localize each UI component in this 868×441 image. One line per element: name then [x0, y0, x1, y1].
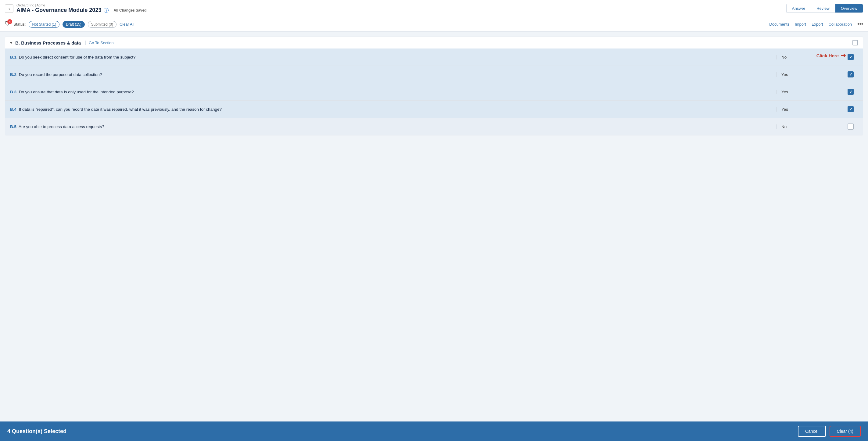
question-checkbox[interactable]: ✓ — [847, 89, 854, 95]
question-text: B.5 Are you able to process data access … — [10, 124, 776, 129]
filter-left: ⛉ 4 Status: Not Started (1) Draft (15) S… — [5, 21, 134, 28]
checkmark-icon: ✓ — [849, 90, 852, 94]
bottom-actions: Cancel Clear (4) — [798, 426, 861, 437]
question-number: B.3 — [10, 90, 17, 94]
question-text: B.1 Do you seek direct consent for use o… — [10, 55, 776, 60]
question-number: B.1 — [10, 55, 17, 60]
import-action[interactable]: Import — [795, 22, 806, 27]
question-label: Do you ensure that data is only used for… — [19, 90, 134, 94]
clear-all-button[interactable]: Clear All — [120, 22, 134, 27]
question-checkbox[interactable]: ✓ — [847, 54, 854, 60]
selected-count-text: 4 Question(s) Selected — [7, 428, 66, 435]
question-label: Are you able to process data access requ… — [19, 124, 104, 129]
clear-button[interactable]: Clear (4) — [830, 426, 861, 437]
question-label: Do you seek direct consent for use of th… — [19, 55, 136, 60]
bottom-bar: 4 Question(s) Selected Cancel Clear (4) — [0, 421, 868, 441]
export-action[interactable]: Export — [812, 22, 823, 27]
top-header: ‹ Orchard Inc | Acme AIMA - Governance M… — [0, 0, 868, 17]
collapse-icon[interactable]: ▾ — [10, 40, 12, 45]
chip-draft[interactable]: Draft (15) — [63, 21, 85, 28]
collaboration-action[interactable]: Collaboration — [828, 22, 852, 27]
question-number: B.5 — [10, 124, 17, 129]
section-header-left: ▾ B. Business Processes & data Go To Sec… — [10, 40, 114, 45]
question-answer: Yes — [776, 72, 843, 77]
section-header: ▾ B. Business Processes & data Go To Sec… — [5, 37, 863, 49]
checkmark-icon: ✓ — [849, 55, 852, 60]
question-row: Click Here ➜ B.1 Do you seek direct cons… — [5, 49, 863, 66]
question-text: B.4 If data is "repaired", can you recor… — [10, 107, 776, 112]
question-label: Do you record the purpose of data collec… — [19, 72, 102, 77]
question-text: B.3 Do you ensure that data is only used… — [10, 90, 776, 94]
chip-not-started[interactable]: Not Started (1) — [29, 21, 60, 28]
question-check-col: ✓ — [843, 106, 858, 112]
question-row: B.5 Are you able to process data access … — [5, 118, 863, 135]
header-org: Orchard Inc | Acme — [17, 3, 146, 7]
chip-submitted[interactable]: Submitted (0) — [88, 21, 117, 28]
header-tabs: Answer Review Overview — [786, 4, 863, 13]
section-title: B. Business Processes & data — [15, 40, 81, 45]
question-answer: Yes — [776, 90, 843, 94]
question-answer: Yes — [776, 107, 843, 112]
filter-badge: 4 — [7, 19, 12, 24]
question-row: B.4 If data is "repaired", can you recor… — [5, 101, 863, 118]
question-check-col: ✓ — [843, 89, 858, 95]
header-title: AIMA - Governance Module 2023 i All Chan… — [17, 7, 146, 13]
tab-answer[interactable]: Answer — [786, 4, 811, 13]
more-options-button[interactable]: ••• — [857, 21, 863, 27]
question-answer: No — [776, 124, 843, 129]
header-title-group: Orchard Inc | Acme AIMA - Governance Mod… — [17, 3, 146, 13]
questions-container: Click Here ➜ B.1 Do you seek direct cons… — [5, 49, 863, 135]
checkmark-icon: ✓ — [849, 72, 852, 77]
filter-right: Documents Import Export Collaboration ••… — [769, 21, 863, 27]
go-to-section-link[interactable]: Go To Section — [85, 40, 114, 45]
question-check-col: ✓ — [843, 54, 858, 60]
info-icon[interactable]: i — [104, 8, 108, 13]
question-check-col — [843, 124, 858, 130]
tab-review[interactable]: Review — [811, 4, 835, 13]
question-check-col: ✓ — [843, 71, 858, 77]
question-checkbox[interactable] — [847, 124, 854, 130]
filter-bar: ⛉ 4 Status: Not Started (1) Draft (15) S… — [0, 17, 868, 32]
question-answer: No — [776, 55, 843, 60]
filter-icon-wrapper[interactable]: ⛉ 4 — [5, 21, 10, 27]
documents-action[interactable]: Documents — [769, 22, 789, 27]
question-text: B.2 Do you record the purpose of data co… — [10, 72, 776, 77]
main-content: ▾ B. Business Processes & data Go To Sec… — [0, 32, 868, 421]
header-left: ‹ Orchard Inc | Acme AIMA - Governance M… — [5, 3, 146, 13]
question-label: If data is "repaired", can you record th… — [19, 107, 222, 112]
tab-overview[interactable]: Overview — [835, 4, 863, 13]
question-checkbox[interactable]: ✓ — [847, 106, 854, 112]
question-row: B.2 Do you record the purpose of data co… — [5, 66, 863, 83]
status-label: Status: — [13, 22, 26, 27]
question-row: B.3 Do you ensure that data is only used… — [5, 83, 863, 101]
cancel-button[interactable]: Cancel — [798, 426, 826, 437]
question-number: B.4 — [10, 107, 17, 112]
question-number: B.2 — [10, 72, 17, 77]
back-button[interactable]: ‹ — [5, 4, 13, 13]
saved-status: All Changes Saved — [114, 8, 146, 12]
section-select-all-checkbox[interactable] — [852, 40, 858, 45]
question-checkbox[interactable]: ✓ — [847, 71, 854, 77]
checkmark-icon: ✓ — [849, 107, 852, 112]
